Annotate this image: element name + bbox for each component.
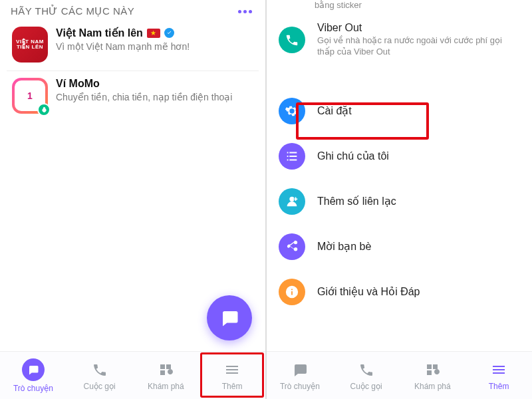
screen-explore: HÃY THỬ CÁC MỤC NÀY VIỆT NAMTIẾN LÊN Việ…	[0, 0, 266, 399]
section-title: HÃY THỬ CÁC MỤC NÀY	[11, 5, 134, 17]
nav-chat[interactable]: Trò chuyện	[267, 352, 333, 399]
new-chat-fab[interactable]	[207, 295, 252, 340]
nav-label: Trò chuyện	[13, 384, 53, 393]
chat-bubble-icon	[22, 358, 45, 381]
menu-add-contact[interactable]: Thêm số liên lạc	[267, 179, 532, 224]
add-person-icon	[279, 188, 305, 215]
phone-icon	[90, 360, 109, 379]
bottom-nav: Trò chuyện Cuộc gọi Khám phá Thêm	[267, 351, 532, 399]
menu-invite[interactable]: Mời bạn bè	[267, 224, 532, 269]
suggestion-card[interactable]: VIỆT NAMTIẾN LÊN Việt Nam tiến lên Vì mộ…	[7, 20, 259, 71]
menu-label: Thêm số liên lạc	[317, 195, 520, 207]
nav-more[interactable]: Thêm	[199, 352, 265, 399]
menu-settings[interactable]: Cài đặt	[267, 88, 532, 134]
menu-label: Cài đặt	[317, 104, 520, 117]
nav-calls[interactable]: Cuộc gọi	[333, 352, 400, 399]
phone-out-icon	[279, 27, 305, 53]
more-options-button[interactable]	[234, 6, 256, 17]
nav-label: Khám phá	[148, 382, 184, 391]
phone-icon	[357, 360, 376, 379]
chat-bubble-icon	[291, 360, 309, 379]
card-icon-vietnam: VIỆT NAMTIẾN LÊN	[12, 27, 48, 63]
nav-more[interactable]: Thêm	[466, 352, 532, 399]
nav-label: Thêm	[222, 382, 243, 391]
grid-icon	[423, 360, 442, 379]
menu-label: Viber Out	[317, 22, 520, 34]
card-subtitle: Vì một Việt Nam mạnh mẽ hơn!	[56, 41, 253, 53]
truncated-row-text: bằng sticker	[267, 0, 532, 13]
hamburger-icon	[223, 360, 241, 379]
new-chat-icon	[219, 308, 239, 328]
nav-label: Khám phá	[414, 382, 451, 391]
menu-subtitle: Gọi về nhà hoặc ra nước ngoài với cước p…	[317, 35, 520, 58]
grid-icon	[156, 360, 175, 379]
suggestion-cards: VIỆT NAMTIẾN LÊN Việt Nam tiến lên Vì mộ…	[0, 20, 265, 124]
screen-more: bằng sticker Viber Out Gọi về nhà hoặc r…	[266, 0, 532, 399]
nav-label: Cuộc gọi	[84, 382, 116, 391]
card-title: Việt Nam tiến lên	[56, 27, 143, 39]
gear-icon	[279, 98, 305, 124]
info-icon	[279, 279, 305, 305]
settings-menu-list: Cài đặt Ghi chú của tôi Thêm số liên lạc	[267, 84, 532, 319]
hamburger-icon	[489, 360, 508, 379]
nav-chat[interactable]: Trò chuyện	[0, 352, 66, 399]
suggestion-card[interactable]: 1 Ví MoMo Chuyển tiền, chia tiền, nạp ti…	[7, 71, 259, 122]
menu-label: Mời bạn bè	[317, 240, 520, 253]
menu-label: Ghi chú của tôi	[317, 150, 520, 162]
nav-explore[interactable]: Khám phá	[133, 352, 200, 399]
app-badge-icon	[37, 103, 51, 116]
nav-label: Cuộc gọi	[350, 382, 382, 391]
nav-label: Trò chuyện	[280, 382, 320, 391]
card-subtitle: Chuyển tiền, chia tiền, nạp tiền điện th…	[56, 91, 253, 103]
share-icon	[279, 233, 305, 260]
list-icon	[279, 143, 305, 170]
bottom-nav: Trò chuyện Cuộc gọi Khám phá Thêm	[0, 351, 265, 399]
flag-vn-icon	[147, 29, 160, 38]
menu-viber-out[interactable]: Viber Out Gọi về nhà hoặc ra nước ngoài …	[267, 13, 532, 67]
menu-about[interactable]: Giới thiệu và Hỏi Đáp	[267, 269, 532, 315]
nav-label: Thêm	[489, 382, 509, 391]
verified-badge-icon	[164, 28, 174, 38]
section-header: HÃY THỬ CÁC MỤC NÀY	[0, 0, 265, 20]
menu-label: Giới thiệu và Hỏi Đáp	[317, 285, 520, 298]
nav-calls[interactable]: Cuộc gọi	[66, 352, 133, 399]
menu-notes[interactable]: Ghi chú của tôi	[267, 134, 532, 179]
nav-explore[interactable]: Khám phá	[400, 352, 466, 399]
card-title: Ví MoMo	[56, 78, 100, 90]
card-icon-momo: 1	[12, 78, 48, 114]
